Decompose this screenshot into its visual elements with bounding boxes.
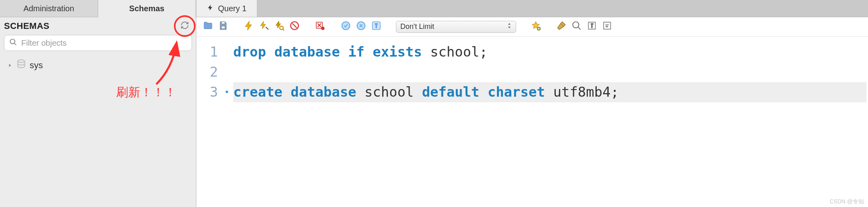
beautify-button[interactable]: [530, 21, 542, 33]
open-file-button[interactable]: [202, 21, 214, 33]
svg-rect-4: [222, 26, 225, 29]
refresh-icon: [180, 21, 189, 32]
code-line[interactable]: create database school default charset u…: [233, 82, 866, 102]
svg-point-15: [573, 22, 579, 28]
main-panel: Query 1 Don't Limit: [196, 0, 868, 207]
tree-item-label: sys: [30, 60, 43, 71]
folder-icon: [203, 20, 213, 33]
updown-icon: [507, 22, 512, 31]
code-line[interactable]: [233, 62, 866, 82]
tab-administration[interactable]: Administration: [0, 0, 98, 17]
search-icon: [9, 38, 17, 48]
watermark: CSDN @专知: [830, 198, 864, 205]
sidebar: Administration Schemas SCHEMAS: [0, 0, 196, 207]
rollback-button[interactable]: [355, 21, 367, 33]
query-toolbar: Don't Limit: [196, 17, 868, 37]
svg-point-2: [18, 60, 24, 63]
svg-line-16: [578, 27, 581, 30]
stop-button[interactable]: [289, 21, 301, 33]
lightning-search-icon: [274, 20, 285, 33]
save-button[interactable]: [217, 21, 229, 33]
schemas-title: SCHEMAS: [4, 21, 50, 31]
lightning-icon: [244, 20, 254, 33]
svg-line-8: [293, 24, 297, 28]
tab-schemas[interactable]: Schemas: [98, 0, 196, 17]
toggle-whitespace-button[interactable]: [370, 21, 382, 33]
schemas-header: SCHEMAS: [0, 17, 196, 34]
broom-icon: [556, 20, 567, 33]
stop-icon: [289, 20, 300, 33]
pilcrow-icon: [587, 20, 597, 33]
tab-label: Query 1: [218, 4, 246, 13]
svg-line-6: [283, 29, 284, 30]
sidebar-tabs: Administration Schemas: [0, 0, 196, 17]
database-icon: [16, 59, 26, 72]
schema-tree: sys: [0, 54, 196, 77]
commit-button[interactable]: [340, 21, 352, 33]
tab-query-1[interactable]: Query 1: [196, 0, 257, 17]
wrap-button[interactable]: [601, 21, 613, 33]
lightning-cursor-icon: [259, 20, 269, 33]
line-markers: •: [222, 37, 232, 207]
check-circle-icon: [341, 20, 351, 33]
toggle-autocommit-button[interactable]: [314, 21, 326, 33]
filter-input-wrap[interactable]: [4, 35, 192, 51]
pilcrow-box-icon: [371, 20, 382, 33]
chevron-right-icon: [7, 60, 13, 71]
svg-point-10: [321, 26, 325, 30]
line-gutter: 123: [196, 37, 222, 207]
sql-editor[interactable]: 123 • drop database if exists school;cre…: [196, 37, 868, 207]
db-x-icon: [315, 20, 325, 33]
tree-item-sys[interactable]: sys: [4, 57, 192, 74]
execute-button[interactable]: [243, 21, 255, 33]
svg-point-0: [10, 39, 15, 44]
document-tabs: Query 1: [196, 0, 868, 17]
svg-point-5: [280, 26, 283, 30]
limit-label: Don't Limit: [400, 22, 434, 31]
code-line[interactable]: drop database if exists school;: [233, 42, 866, 62]
save-icon: [218, 20, 228, 33]
svg-line-1: [14, 43, 16, 45]
lightning-icon: [207, 4, 214, 13]
star-plus-icon: [531, 20, 541, 33]
code-area[interactable]: drop database if exists school;create da…: [232, 37, 868, 207]
toggle-invisible-button[interactable]: [586, 21, 598, 33]
execute-current-button[interactable]: [258, 21, 270, 33]
brush-button[interactable]: [555, 21, 567, 33]
limit-rows-select[interactable]: Don't Limit: [396, 21, 516, 33]
x-circle-icon: [356, 20, 366, 33]
refresh-button[interactable]: [179, 20, 190, 32]
svg-rect-3: [222, 22, 225, 24]
explain-button[interactable]: [273, 21, 285, 33]
find-button[interactable]: [571, 21, 583, 33]
wrap-icon: [602, 20, 612, 33]
svg-point-11: [342, 22, 350, 30]
magnifier-icon: [571, 20, 582, 33]
filter-input[interactable]: [21, 39, 187, 48]
